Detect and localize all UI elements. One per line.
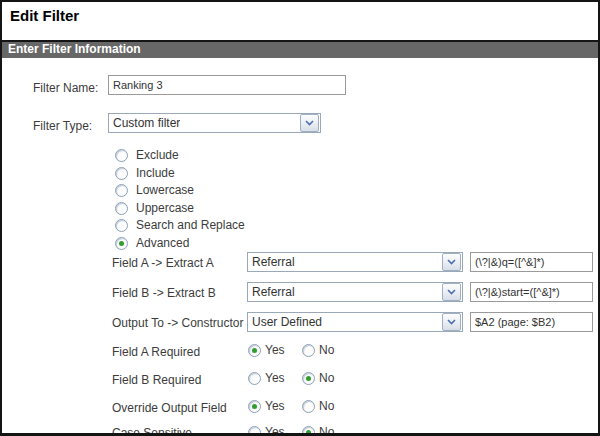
field-b-required-no[interactable]: No [302, 371, 334, 385]
filter-name-input[interactable] [108, 75, 346, 95]
constructor-input[interactable] [470, 312, 593, 332]
field-b-select[interactable]: Referral [247, 282, 463, 302]
override-output-yes[interactable]: Yes [248, 399, 285, 413]
field-a-extract-label: Field A -> Extract A [112, 256, 214, 270]
case-sensitive-no[interactable]: No [302, 425, 334, 436]
filter-option-lowercase[interactable]: Lowercase [115, 183, 194, 197]
radio-label: Uppercase [136, 201, 194, 215]
page-title: Edit Filter [10, 7, 79, 24]
radio-icon[interactable] [248, 426, 261, 436]
field-a-selected-value: Referral [252, 255, 295, 269]
radio-icon[interactable] [248, 372, 261, 385]
chevron-down-icon [442, 313, 461, 331]
radio-icon[interactable] [115, 219, 128, 232]
no-label: No [319, 343, 334, 357]
no-label: No [319, 399, 334, 413]
field-a-pattern-input[interactable] [470, 252, 593, 272]
radio-label: Advanced [136, 236, 189, 250]
field-a-required-no[interactable]: No [302, 343, 334, 357]
field-b-required-label: Field B Required [112, 373, 201, 387]
radio-icon-selected[interactable] [115, 237, 128, 250]
filter-type-selected-value: Custom filter [113, 116, 180, 130]
yes-label: Yes [265, 425, 285, 436]
field-a-select[interactable]: Referral [247, 252, 463, 272]
filter-option-uppercase[interactable]: Uppercase [115, 201, 194, 215]
radio-icon[interactable] [302, 400, 315, 413]
override-output-no[interactable]: No [302, 399, 334, 413]
radio-icon[interactable] [302, 344, 315, 357]
radio-label: Include [136, 166, 175, 180]
no-label: No [319, 425, 334, 436]
output-to-selected-value: User Defined [252, 315, 322, 329]
radio-icon-selected[interactable] [248, 400, 261, 413]
yes-label: Yes [265, 371, 285, 385]
field-a-required-label: Field A Required [112, 345, 200, 359]
section-header: Enter Filter Information [2, 40, 598, 58]
field-b-selected-value: Referral [252, 285, 295, 299]
edit-filter-page: Edit Filter Enter Filter Information Fil… [0, 0, 600, 436]
radio-icon-selected[interactable] [302, 372, 315, 385]
filter-type-label: Filter Type: [33, 119, 92, 133]
no-label: No [319, 371, 334, 385]
field-b-required-yes[interactable]: Yes [248, 371, 285, 385]
filter-name-label: Filter Name: [33, 81, 98, 95]
radio-icon[interactable] [115, 167, 128, 180]
case-sensitive-label: Case Sensitive [112, 426, 192, 436]
radio-label: Search and Replace [136, 218, 245, 232]
output-to-select[interactable]: User Defined [247, 312, 463, 332]
output-to-label: Output To -> Constructor [112, 316, 244, 330]
case-sensitive-yes[interactable]: Yes [248, 425, 285, 436]
yes-label: Yes [265, 343, 285, 357]
chevron-down-icon [442, 283, 461, 301]
yes-label: Yes [265, 399, 285, 413]
filter-type-select[interactable]: Custom filter [108, 113, 321, 133]
chevron-down-icon [300, 114, 319, 132]
radio-icon-selected[interactable] [302, 426, 315, 436]
radio-icon[interactable] [115, 149, 128, 162]
filter-option-exclude[interactable]: Exclude [115, 148, 179, 162]
override-output-label: Override Output Field [112, 401, 227, 415]
field-b-extract-label: Field B -> Extract B [112, 286, 216, 300]
radio-label: Exclude [136, 148, 179, 162]
radio-label: Lowercase [136, 183, 194, 197]
field-a-required-yes[interactable]: Yes [248, 343, 285, 357]
filter-option-search-and-replace[interactable]: Search and Replace [115, 218, 245, 232]
field-b-pattern-input[interactable] [470, 282, 593, 302]
chevron-down-icon [442, 253, 461, 271]
radio-icon[interactable] [115, 202, 128, 215]
radio-icon-selected[interactable] [248, 344, 261, 357]
filter-option-advanced[interactable]: Advanced [115, 236, 189, 250]
section-header-label: Enter Filter Information [8, 42, 141, 56]
filter-option-include[interactable]: Include [115, 166, 175, 180]
radio-icon[interactable] [115, 184, 128, 197]
